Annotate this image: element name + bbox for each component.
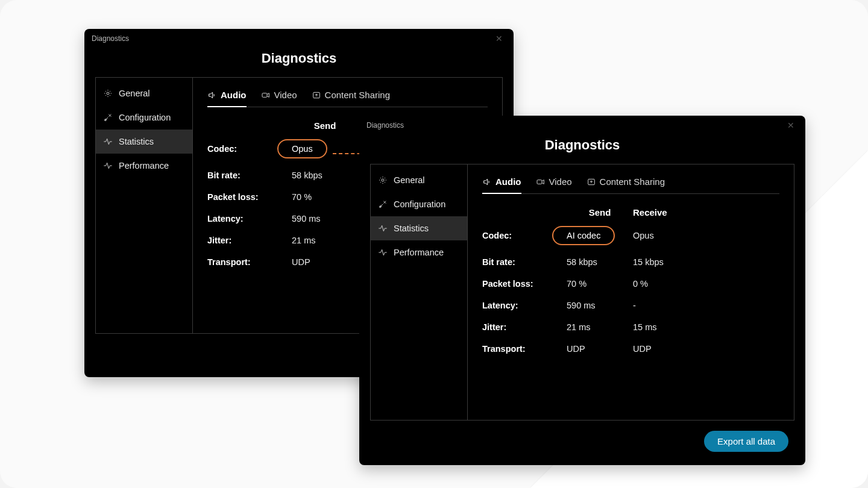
content-frame: General Configuration Statistics: [370, 164, 794, 421]
tab-video[interactable]: Video: [536, 177, 572, 194]
sidebar-item-label: Configuration: [119, 113, 171, 122]
stat-value: 0 %: [633, 279, 699, 289]
gear-icon: [378, 175, 388, 185]
activity-icon: [103, 161, 113, 170]
sidebar: General Configuration Statistics: [96, 78, 193, 333]
activity-icon: [103, 137, 113, 146]
svg-point-4: [382, 179, 384, 181]
stat-value: 21 ms: [567, 322, 633, 332]
stat-key: Transport:: [482, 344, 567, 354]
gear-icon: [103, 89, 113, 98]
svg-rect-6: [537, 180, 542, 184]
tab-audio[interactable]: Audio: [482, 177, 521, 194]
row-packet-loss: Packet loss: 70 % 0 %: [482, 279, 779, 289]
stat-value: 70 %: [567, 279, 633, 289]
col-send: Send: [567, 207, 633, 217]
stat-value: 15 kbps: [633, 257, 699, 267]
sidebar-item-label: Configuration: [394, 199, 445, 209]
col-send: Send: [292, 120, 358, 131]
tab-label: Content Sharing: [600, 177, 665, 187]
row-jitter: Jitter: 21 ms 15 ms: [482, 322, 779, 332]
stat-key: Latency:: [482, 301, 567, 310]
tab-content-sharing[interactable]: Content Sharing: [312, 90, 390, 107]
stat-key: Jitter:: [482, 322, 567, 332]
speaker-icon: [207, 90, 217, 100]
stat-value: 15 ms: [633, 322, 699, 332]
titlebar: Diagnostics ✕: [359, 116, 805, 135]
tab-video[interactable]: Video: [261, 90, 297, 107]
content-pane: Audio Video Content Sharing . Send: [468, 164, 794, 420]
sidebar-item-label: Statistics: [119, 137, 154, 146]
sidebar-item-general[interactable]: General: [96, 81, 192, 105]
row-codec: Codec: AI codec Opus: [482, 226, 779, 245]
row-bitrate: Bit rate: 58 kbps 15 kbps: [482, 257, 779, 267]
page-title: Diagnostics: [359, 137, 805, 153]
stat-value: 590 ms: [567, 301, 633, 310]
stat-value: UDP: [633, 344, 699, 354]
sidebar-item-label: Performance: [119, 161, 169, 170]
share-icon: [312, 90, 321, 100]
stat-key: Packet loss:: [482, 279, 567, 289]
titlebar: Diagnostics ✕: [84, 29, 514, 48]
diagnostics-window-2: Diagnostics ✕ Diagnostics General Config…: [359, 116, 805, 465]
tab-label: Audio: [221, 90, 247, 100]
tab-label: Video: [274, 90, 297, 100]
codec-pill: Opus: [277, 139, 327, 158]
window-title: Diagnostics: [366, 121, 404, 130]
close-icon[interactable]: ✕: [784, 119, 798, 131]
share-icon: [587, 177, 596, 187]
sidebar: General Configuration Statistics: [371, 164, 468, 420]
camera-icon: [261, 90, 271, 100]
stat-key: Transport:: [207, 257, 292, 267]
tab-label: Content Sharing: [325, 90, 390, 100]
activity-icon: [378, 248, 388, 257]
row-latency: Latency: 590 ms -: [482, 301, 779, 310]
codec-pill: AI codec: [552, 226, 615, 245]
sidebar-item-label: General: [394, 175, 425, 185]
tab-content-sharing[interactable]: Content Sharing: [587, 177, 665, 194]
tools-icon: [103, 113, 113, 122]
sidebar-item-statistics[interactable]: Statistics: [96, 130, 192, 154]
sidebar-item-label: Performance: [394, 248, 444, 257]
sidebar-item-performance[interactable]: Performance: [96, 154, 192, 178]
stat-value: -: [633, 301, 699, 310]
sidebar-item-general[interactable]: General: [371, 168, 467, 192]
stat-value: UDP: [292, 257, 358, 267]
tools-icon: [378, 199, 388, 209]
col-receive: Receive: [633, 207, 699, 217]
sidebar-item-performance[interactable]: Performance: [371, 240, 467, 264]
stat-value: 590 ms: [292, 214, 358, 224]
window-title: Diagnostics: [92, 34, 129, 43]
speaker-icon: [482, 177, 492, 187]
tab-label: Video: [549, 177, 572, 187]
stat-value: 58 kbps: [567, 257, 633, 267]
tab-bar: Audio Video Content Sharing: [482, 177, 779, 194]
stat-value: 70 %: [292, 192, 358, 202]
sidebar-item-label: General: [119, 89, 150, 98]
close-icon[interactable]: ✕: [492, 33, 506, 45]
stat-key: Jitter:: [207, 236, 292, 245]
page-title: Diagnostics: [84, 51, 514, 66]
sidebar-item-label: Statistics: [394, 224, 429, 233]
svg-rect-2: [262, 93, 267, 97]
row-transport: Transport: UDP UDP: [482, 344, 779, 354]
camera-icon: [536, 177, 546, 187]
stat-value: UDP: [567, 344, 633, 354]
sidebar-item-configuration[interactable]: Configuration: [371, 192, 467, 216]
stat-key: Latency:: [207, 214, 292, 224]
sidebar-item-statistics[interactable]: Statistics: [371, 216, 467, 240]
stat-key: Bit rate:: [207, 170, 292, 180]
tab-audio[interactable]: Audio: [207, 90, 247, 107]
stat-value: 21 ms: [292, 236, 358, 245]
sidebar-item-configuration[interactable]: Configuration: [96, 105, 192, 130]
activity-icon: [378, 224, 388, 233]
stat-value: 58 kbps: [292, 170, 358, 180]
stats-table: . Send Receive Codec: AI codec Opus Bit …: [482, 207, 779, 354]
svg-point-0: [107, 92, 109, 95]
export-all-data-button[interactable]: Export all data: [704, 431, 788, 452]
tab-label: Audio: [495, 177, 521, 187]
tab-bar: Audio Video Content Sharing: [207, 90, 488, 107]
stat-key: Bit rate:: [482, 257, 567, 267]
stat-key: Packet loss:: [207, 192, 292, 202]
stat-value: Opus: [633, 231, 699, 240]
